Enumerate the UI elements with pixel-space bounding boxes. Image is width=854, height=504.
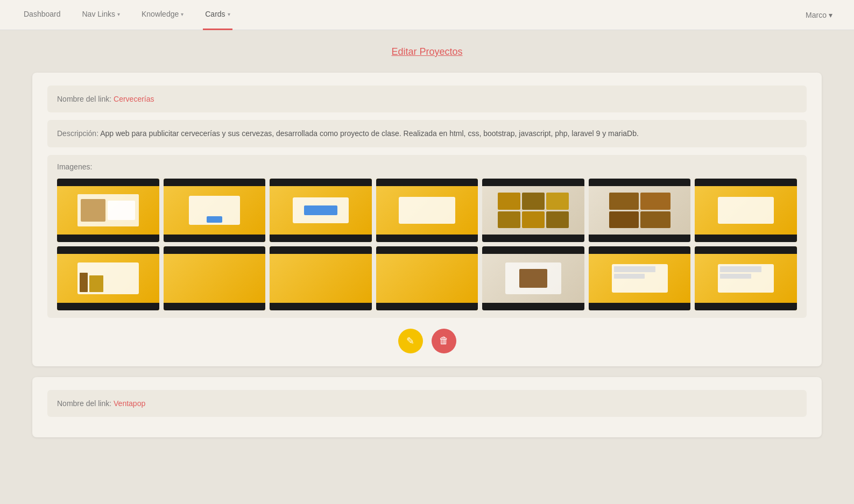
- thumb-14[interactable]: [695, 246, 797, 310]
- card-actions-cerveceria: ✎ 🗑: [47, 329, 807, 353]
- descripcion-value-cerveceria: App web para publicitar cervecerías y su…: [100, 129, 639, 138]
- images-grid-cerveceria: [57, 179, 797, 310]
- user-menu[interactable]: Marco ▾: [806, 11, 832, 19]
- nav-item-cards[interactable]: Cards ▾: [203, 0, 232, 30]
- nombre-field-cerveceria: Nombre del link: Cervecerías: [47, 86, 807, 112]
- thumb-2[interactable]: [164, 179, 266, 242]
- nombre-field-ventapop: Nombre del link: Ventapop: [47, 390, 807, 417]
- thumb-12[interactable]: [482, 246, 584, 310]
- nombre-label-ventapop: Nombre del link:: [57, 399, 111, 408]
- chevron-down-icon: ▾: [117, 11, 120, 17]
- user-chevron-icon: ▾: [829, 11, 832, 19]
- navbar-links: Dashboard Nav Links ▾ Knowledge ▾ Cards …: [22, 0, 806, 30]
- page-title-section: Editar Proyectos: [32, 46, 822, 58]
- project-card-cerveceria: Nombre del link: Cervecerías Descripción…: [32, 73, 822, 366]
- edit-button-cerveceria[interactable]: ✎: [398, 329, 423, 353]
- thumb-13[interactable]: [589, 246, 691, 310]
- thumb-10[interactable]: [270, 246, 372, 310]
- imagenes-field-cerveceria: Imagenes:: [47, 155, 807, 318]
- thumb-1[interactable]: [57, 179, 159, 242]
- thumb-4[interactable]: [376, 179, 478, 242]
- nombre-value-cerveceria: Cervecerías: [114, 95, 154, 103]
- descripcion-label: Descripción:: [57, 129, 98, 138]
- project-card-ventapop: Nombre del link: Ventapop: [32, 377, 822, 437]
- nav-label-knowledge: Knowledge: [142, 10, 179, 18]
- descripcion-field-cerveceria: Descripción: App web para publicitar cer…: [47, 120, 807, 147]
- delete-button-cerveceria[interactable]: 🗑: [432, 329, 456, 353]
- editar-proyectos-link[interactable]: Editar Proyectos: [391, 46, 462, 57]
- navbar: Dashboard Nav Links ▾ Knowledge ▾ Cards …: [0, 0, 854, 30]
- nav-label-navlinks: Nav Links: [82, 10, 115, 18]
- user-name: Marco: [806, 11, 827, 19]
- thumb-3[interactable]: [270, 179, 372, 242]
- nav-item-dashboard[interactable]: Dashboard: [22, 0, 63, 30]
- nav-item-nav-links[interactable]: Nav Links ▾: [80, 0, 122, 30]
- thumb-5[interactable]: [482, 179, 584, 242]
- trash-icon: 🗑: [439, 335, 449, 346]
- edit-icon: ✎: [406, 335, 414, 347]
- page-content: Editar Proyectos Nombre del link: Cervec…: [0, 30, 854, 453]
- chevron-down-icon: ▾: [228, 11, 230, 17]
- imagenes-label: Imagenes:: [57, 162, 797, 171]
- thumb-11[interactable]: [376, 246, 478, 310]
- thumb-8[interactable]: [57, 246, 159, 310]
- nombre-label: Nombre del link:: [57, 95, 111, 103]
- thumb-7[interactable]: [695, 179, 797, 242]
- nav-item-knowledge[interactable]: Knowledge ▾: [139, 0, 186, 30]
- thumb-9[interactable]: [164, 246, 266, 310]
- nav-label-dashboard: Dashboard: [24, 10, 61, 18]
- nav-label-cards: Cards: [205, 10, 225, 18]
- thumb-6[interactable]: [589, 179, 691, 242]
- chevron-down-icon: ▾: [181, 11, 183, 17]
- nombre-value-ventapop: Ventapop: [114, 399, 145, 408]
